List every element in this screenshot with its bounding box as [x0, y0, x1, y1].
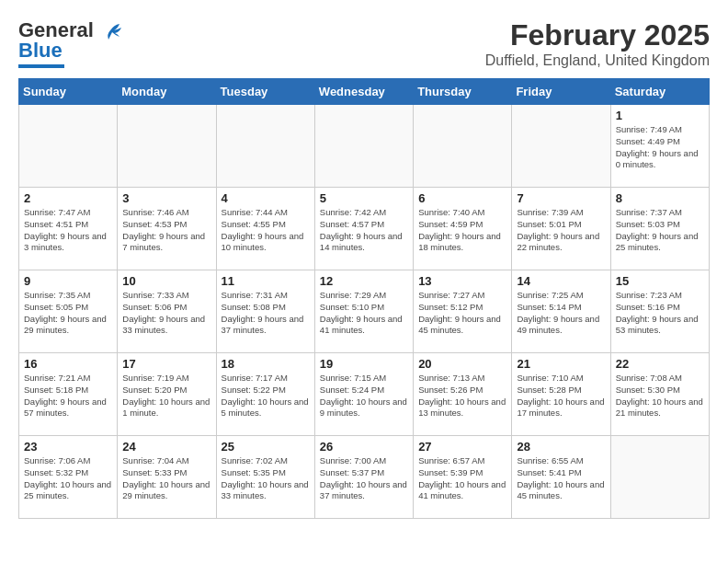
- day-number: 8: [616, 191, 704, 205]
- day-number: 16: [24, 357, 112, 371]
- day-number: 12: [320, 274, 408, 288]
- calendar-cell: 18Sunrise: 7:17 AM Sunset: 5:22 PM Dayli…: [216, 353, 314, 436]
- day-number: 27: [418, 440, 506, 454]
- logo: General Blue: [18, 18, 121, 68]
- header-monday: Monday: [118, 79, 216, 105]
- calendar-cell: 19Sunrise: 7:15 AM Sunset: 5:24 PM Dayli…: [314, 353, 413, 436]
- calendar-cell: [216, 105, 314, 188]
- calendar-cell: 1Sunrise: 7:49 AM Sunset: 4:49 PM Daylig…: [610, 105, 709, 188]
- calendar-cell: 22Sunrise: 7:08 AM Sunset: 5:30 PM Dayli…: [610, 353, 709, 436]
- page-title: February 2025: [485, 18, 710, 52]
- day-number: 24: [122, 440, 210, 454]
- calendar-cell: 2Sunrise: 7:47 AM Sunset: 4:51 PM Daylig…: [19, 188, 118, 270]
- day-number: 1: [616, 109, 704, 122]
- calendar-cell: 24Sunrise: 7:04 AM Sunset: 5:33 PM Dayli…: [118, 436, 216, 519]
- calendar-cell: 25Sunrise: 7:02 AM Sunset: 5:35 PM Dayli…: [216, 436, 314, 519]
- calendar-week-2: 9Sunrise: 7:35 AM Sunset: 5:05 PM Daylig…: [19, 270, 710, 353]
- day-number: 10: [122, 274, 210, 288]
- day-number: 20: [418, 357, 506, 371]
- day-info: Sunrise: 7:31 AM Sunset: 5:08 PM Dayligh…: [222, 290, 310, 337]
- day-info: Sunrise: 7:39 AM Sunset: 5:01 PM Dayligh…: [517, 207, 605, 254]
- header-sunday: Sunday: [19, 79, 118, 105]
- calendar-cell: 9Sunrise: 7:35 AM Sunset: 5:05 PM Daylig…: [19, 270, 118, 353]
- day-info: Sunrise: 7:00 AM Sunset: 5:37 PM Dayligh…: [320, 455, 408, 502]
- calendar-cell: 26Sunrise: 7:00 AM Sunset: 5:37 PM Dayli…: [314, 436, 413, 519]
- day-info: Sunrise: 7:47 AM Sunset: 4:51 PM Dayligh…: [24, 207, 112, 254]
- day-info: Sunrise: 7:23 AM Sunset: 5:16 PM Dayligh…: [616, 290, 704, 337]
- day-info: Sunrise: 6:57 AM Sunset: 5:39 PM Dayligh…: [418, 455, 506, 502]
- header-wednesday: Wednesday: [314, 79, 413, 105]
- calendar-cell: [512, 105, 610, 188]
- calendar-cell: [118, 105, 216, 188]
- day-number: 23: [24, 440, 112, 454]
- day-info: Sunrise: 7:21 AM Sunset: 5:18 PM Dayligh…: [24, 373, 112, 419]
- day-info: Sunrise: 7:17 AM Sunset: 5:22 PM Dayligh…: [222, 373, 310, 419]
- day-number: 18: [222, 357, 310, 371]
- day-info: Sunrise: 7:10 AM Sunset: 5:28 PM Dayligh…: [517, 373, 605, 419]
- day-number: 15: [616, 274, 704, 288]
- day-number: 21: [517, 357, 605, 371]
- calendar-cell: 14Sunrise: 7:25 AM Sunset: 5:14 PM Dayli…: [512, 270, 610, 353]
- day-number: 22: [616, 357, 704, 371]
- calendar-cell: 17Sunrise: 7:19 AM Sunset: 5:20 PM Dayli…: [118, 353, 216, 436]
- calendar-cell: 16Sunrise: 7:21 AM Sunset: 5:18 PM Dayli…: [19, 353, 118, 436]
- day-info: Sunrise: 7:04 AM Sunset: 5:33 PM Dayligh…: [122, 455, 210, 502]
- day-number: 13: [418, 274, 506, 288]
- day-info: Sunrise: 7:37 AM Sunset: 5:03 PM Dayligh…: [616, 207, 704, 254]
- day-number: 17: [122, 357, 210, 371]
- calendar-week-1: 2Sunrise: 7:47 AM Sunset: 4:51 PM Daylig…: [19, 188, 710, 270]
- calendar-cell: 15Sunrise: 7:23 AM Sunset: 5:16 PM Dayli…: [610, 270, 709, 353]
- logo-bird-icon: [101, 23, 121, 40]
- day-info: Sunrise: 6:55 AM Sunset: 5:41 PM Dayligh…: [517, 455, 605, 502]
- day-info: Sunrise: 7:46 AM Sunset: 4:53 PM Dayligh…: [122, 207, 210, 254]
- day-info: Sunrise: 7:35 AM Sunset: 5:05 PM Dayligh…: [24, 290, 112, 337]
- calendar-week-4: 23Sunrise: 7:06 AM Sunset: 5:32 PM Dayli…: [19, 436, 710, 519]
- calendar-cell: [414, 105, 512, 188]
- calendar-cell: 27Sunrise: 6:57 AM Sunset: 5:39 PM Dayli…: [414, 436, 512, 519]
- day-info: Sunrise: 7:02 AM Sunset: 5:35 PM Dayligh…: [222, 455, 310, 502]
- day-info: Sunrise: 7:33 AM Sunset: 5:06 PM Dayligh…: [122, 290, 210, 337]
- day-info: Sunrise: 7:13 AM Sunset: 5:26 PM Dayligh…: [418, 373, 506, 419]
- day-info: Sunrise: 7:15 AM Sunset: 5:24 PM Dayligh…: [320, 373, 408, 419]
- day-info: Sunrise: 7:27 AM Sunset: 5:12 PM Dayligh…: [418, 290, 506, 337]
- day-info: Sunrise: 7:44 AM Sunset: 4:55 PM Dayligh…: [222, 207, 310, 254]
- calendar-cell: 4Sunrise: 7:44 AM Sunset: 4:55 PM Daylig…: [216, 188, 314, 270]
- day-info: Sunrise: 7:42 AM Sunset: 4:57 PM Dayligh…: [320, 207, 408, 254]
- calendar-cell: 10Sunrise: 7:33 AM Sunset: 5:06 PM Dayli…: [118, 270, 216, 353]
- calendar-cell: 21Sunrise: 7:10 AM Sunset: 5:28 PM Dayli…: [512, 353, 610, 436]
- calendar-cell: 11Sunrise: 7:31 AM Sunset: 5:08 PM Dayli…: [216, 270, 314, 353]
- day-number: 6: [418, 191, 506, 205]
- calendar-table: SundayMondayTuesdayWednesdayThursdayFrid…: [18, 78, 710, 519]
- day-info: Sunrise: 7:08 AM Sunset: 5:30 PM Dayligh…: [616, 373, 704, 419]
- day-info: Sunrise: 7:19 AM Sunset: 5:20 PM Dayligh…: [122, 373, 210, 419]
- header-friday: Friday: [512, 79, 610, 105]
- calendar-cell: 8Sunrise: 7:37 AM Sunset: 5:03 PM Daylig…: [610, 188, 709, 270]
- day-number: 11: [222, 274, 310, 288]
- day-number: 19: [320, 357, 408, 371]
- day-number: 25: [222, 440, 310, 454]
- day-number: 2: [24, 191, 112, 205]
- page-subtitle: Duffield, England, United Kingdom: [485, 52, 710, 69]
- day-number: 3: [122, 191, 210, 205]
- day-info: Sunrise: 7:06 AM Sunset: 5:32 PM Dayligh…: [24, 455, 112, 502]
- header-saturday: Saturday: [610, 79, 709, 105]
- day-number: 26: [320, 440, 408, 454]
- day-number: 28: [517, 440, 605, 454]
- calendar-cell: [314, 105, 413, 188]
- header-tuesday: Tuesday: [216, 79, 314, 105]
- day-info: Sunrise: 7:40 AM Sunset: 4:59 PM Dayligh…: [418, 207, 506, 254]
- calendar-week-3: 16Sunrise: 7:21 AM Sunset: 5:18 PM Dayli…: [19, 353, 710, 436]
- calendar-cell: [610, 436, 709, 519]
- title-block: February 2025 Duffield, England, United …: [485, 18, 710, 69]
- calendar-cell: 20Sunrise: 7:13 AM Sunset: 5:26 PM Dayli…: [414, 353, 512, 436]
- logo-bar: [18, 64, 64, 68]
- header-thursday: Thursday: [414, 79, 512, 105]
- day-info: Sunrise: 7:29 AM Sunset: 5:10 PM Dayligh…: [320, 290, 408, 337]
- calendar-cell: 12Sunrise: 7:29 AM Sunset: 5:10 PM Dayli…: [314, 270, 413, 353]
- calendar-cell: 13Sunrise: 7:27 AM Sunset: 5:12 PM Dayli…: [414, 270, 512, 353]
- calendar-cell: [19, 105, 118, 188]
- day-info: Sunrise: 7:25 AM Sunset: 5:14 PM Dayligh…: [517, 290, 605, 337]
- calendar-header-row: SundayMondayTuesdayWednesdayThursdayFrid…: [19, 79, 710, 105]
- calendar-week-0: 1Sunrise: 7:49 AM Sunset: 4:49 PM Daylig…: [19, 105, 710, 188]
- day-info: Sunrise: 7:49 AM Sunset: 4:49 PM Dayligh…: [616, 124, 704, 171]
